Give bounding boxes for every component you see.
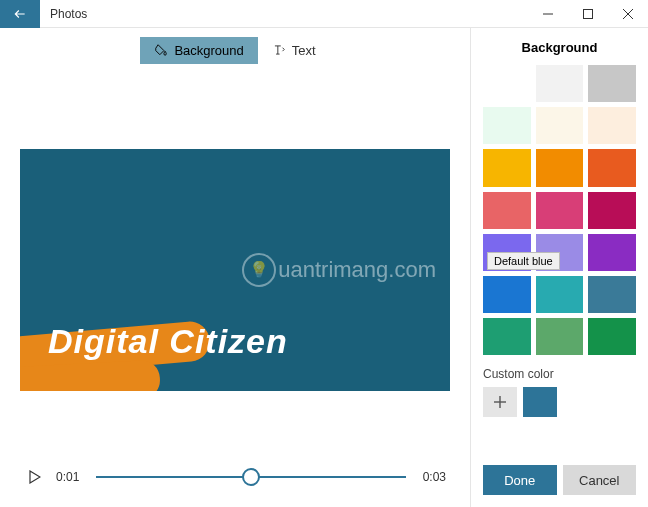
color-swatch-grid: Default blue xyxy=(483,65,636,355)
total-time: 0:03 xyxy=(416,470,446,484)
color-swatch[interactable] xyxy=(536,276,584,313)
color-swatch[interactable] xyxy=(588,318,636,355)
cancel-button[interactable]: Cancel xyxy=(563,465,637,495)
current-time: 0:01 xyxy=(56,470,86,484)
svg-marker-4 xyxy=(30,471,40,483)
color-swatch[interactable] xyxy=(536,65,584,102)
custom-color-chip[interactable] xyxy=(523,387,557,417)
title-card-preview: Digital Citizen 💡 uantrimang.com xyxy=(20,149,450,391)
color-swatch[interactable] xyxy=(536,107,584,144)
color-swatch[interactable] xyxy=(483,107,531,144)
arrow-left-icon xyxy=(13,7,27,21)
color-swatch[interactable] xyxy=(536,149,584,186)
color-swatch[interactable]: Default blue xyxy=(483,276,531,313)
panel-title: Background xyxy=(483,40,636,55)
window-controls xyxy=(528,0,648,28)
color-tooltip: Default blue xyxy=(487,252,560,270)
paint-bucket-icon xyxy=(154,43,168,57)
play-icon xyxy=(29,470,41,484)
title-bar: Photos xyxy=(0,0,648,28)
tab-text-label: Text xyxy=(292,43,316,58)
play-button[interactable] xyxy=(24,470,46,484)
player-controls: 0:01 0:03 xyxy=(0,447,470,507)
watermark: 💡 uantrimang.com xyxy=(242,253,436,287)
color-swatch[interactable] xyxy=(588,65,636,102)
back-button[interactable] xyxy=(0,0,40,28)
color-swatch[interactable] xyxy=(588,149,636,186)
color-swatch[interactable] xyxy=(588,276,636,313)
title-card-text: Digital Citizen xyxy=(48,322,288,361)
color-swatch[interactable] xyxy=(588,234,636,271)
color-swatch[interactable] xyxy=(483,65,531,102)
slider-thumb[interactable] xyxy=(242,468,260,486)
app-title: Photos xyxy=(50,7,87,21)
done-button[interactable]: Done xyxy=(483,465,557,495)
tab-text[interactable]: Text xyxy=(258,37,330,64)
tab-background[interactable]: Background xyxy=(140,37,257,64)
close-button[interactable] xyxy=(608,0,648,28)
color-swatch[interactable] xyxy=(536,318,584,355)
background-panel: Background Default blue Custom color Don… xyxy=(470,28,648,507)
plus-icon xyxy=(494,396,506,408)
timeline-slider[interactable] xyxy=(96,468,406,486)
maximize-button[interactable] xyxy=(568,0,608,28)
svg-rect-1 xyxy=(584,9,593,18)
color-swatch[interactable] xyxy=(536,192,584,229)
text-icon xyxy=(272,43,286,57)
custom-color-label: Custom color xyxy=(483,367,636,381)
tab-background-label: Background xyxy=(174,43,243,58)
watermark-icon: 💡 xyxy=(242,253,276,287)
color-swatch[interactable] xyxy=(483,192,531,229)
watermark-text: uantrimang.com xyxy=(278,257,436,283)
tab-bar: Background Text xyxy=(0,28,470,72)
add-custom-color-button[interactable] xyxy=(483,387,517,417)
color-swatch[interactable] xyxy=(588,107,636,144)
color-swatch[interactable] xyxy=(483,149,531,186)
main-area: Background Text Digital Citizen 💡 uantri… xyxy=(0,28,470,507)
color-swatch[interactable] xyxy=(588,192,636,229)
color-swatch[interactable] xyxy=(483,318,531,355)
minimize-button[interactable] xyxy=(528,0,568,28)
